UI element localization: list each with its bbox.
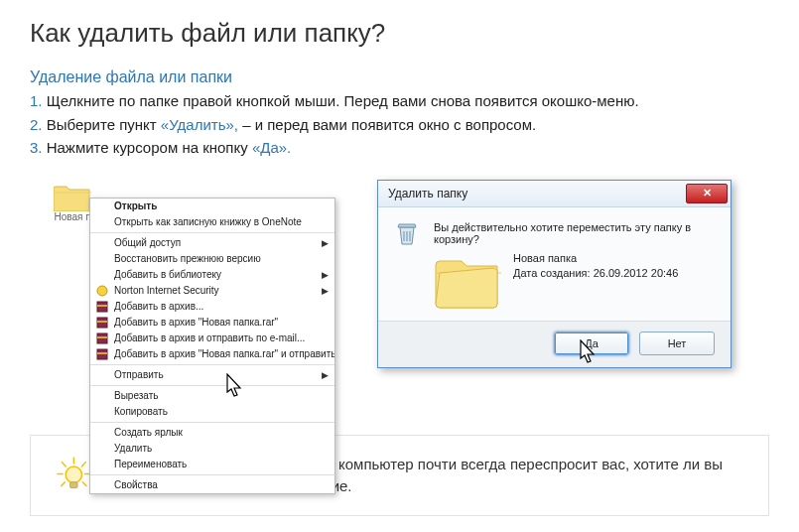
menu-item[interactable]: Добавить в архив...	[90, 299, 334, 315]
menu-item-icon	[94, 200, 110, 213]
step-number: 2.	[30, 116, 43, 133]
page-title: Как удалить файл или папку?	[30, 18, 769, 49]
submenu-arrow-icon: ▶	[319, 286, 329, 296]
menu-item[interactable]: Добавить в архив "Новая папка.rar"	[90, 315, 334, 331]
menu-item-icon	[94, 442, 110, 456]
step-number: 3.	[30, 139, 43, 156]
svg-rect-6	[97, 336, 107, 338]
menu-separator	[90, 232, 334, 233]
menu-item-label: Открыть	[114, 200, 329, 211]
svg-line-11	[82, 462, 86, 466]
menu-item-icon	[94, 478, 110, 492]
menu-separator	[90, 422, 334, 423]
svg-rect-17	[70, 481, 77, 487]
no-button[interactable]: Нет	[639, 332, 715, 355]
menu-item-label: Вырезать	[114, 390, 329, 401]
menu-item-icon	[94, 252, 110, 266]
menu-item-label: Добавить в архив "Новая папка.rar"	[114, 317, 329, 328]
step-2: 2. Выберите пункт «Удалить», – и перед в…	[30, 114, 769, 137]
svg-line-10	[62, 462, 66, 466]
dialog-question: Вы действительно хотите переместить эту …	[434, 221, 713, 245]
svg-line-15	[82, 481, 86, 485]
step-1: 1. Щелкните по папке правой кнопкой мыши…	[30, 90, 769, 113]
folder-icon	[54, 182, 91, 211]
menu-item[interactable]: Вырезать	[90, 388, 334, 404]
menu-item-label: Общий доступ	[114, 237, 319, 248]
menu-item[interactable]: Общий доступ▶	[90, 235, 334, 251]
menu-item[interactable]: Восстановить прежнюю версию	[90, 251, 334, 267]
menu-item-icon	[94, 300, 110, 314]
step-quoted: «Да».	[252, 139, 291, 156]
menu-item[interactable]: Отправить▶	[90, 367, 334, 383]
menu-item-label: Добавить в библиотеку	[114, 269, 319, 280]
close-button[interactable]: ✕	[686, 184, 728, 203]
menu-item-icon	[94, 268, 110, 282]
dialog-folder-name: Новая папка	[513, 251, 678, 266]
menu-item[interactable]: Свойства	[90, 477, 334, 493]
menu-item-label: Открыть как записную книжку в OneNote	[114, 216, 329, 227]
menu-item-icon	[94, 405, 110, 419]
submenu-arrow-icon: ▶	[319, 270, 329, 280]
menu-item[interactable]: Добавить в архив и отправить по e-mail..…	[90, 331, 334, 346]
step-text: Нажмите курсором на кнопку	[47, 139, 252, 156]
step-quoted: «Удалить»,	[161, 116, 238, 133]
menu-item-icon	[94, 426, 110, 440]
svg-rect-8	[97, 352, 107, 354]
folder-large-icon	[434, 251, 503, 311]
menu-item-label: Свойства	[114, 479, 329, 490]
submenu-arrow-icon: ▶	[319, 370, 329, 380]
context-menu-figure: Новая п ОткрытьОткрыть как записную книж…	[30, 180, 337, 413]
menu-item[interactable]: Norton Internet Security▶	[90, 283, 334, 299]
svg-rect-4	[97, 321, 107, 323]
menu-item-label: Создать ярлык	[114, 427, 329, 438]
menu-item-icon	[94, 332, 110, 345]
menu-item-icon	[94, 236, 110, 250]
lightbulb-icon	[55, 450, 93, 501]
context-menu[interactable]: ОткрытьОткрыть как записную книжку в One…	[89, 198, 335, 494]
close-icon: ✕	[703, 187, 712, 200]
menu-item-icon	[94, 284, 110, 298]
menu-item[interactable]: Копировать	[90, 404, 334, 420]
menu-item[interactable]: Удалить	[90, 441, 334, 457]
dialog-figure: Удалить папку ✕ Вы действительно хотите …	[377, 180, 734, 368]
menu-separator	[90, 385, 334, 386]
step-text: Щелкните по папке правой кнопкой мыши. П…	[47, 92, 639, 109]
svg-point-16	[66, 466, 81, 482]
step-text: – и перед вами появится окно с вопросом.	[238, 116, 536, 133]
menu-item-label: Добавить в архив...	[114, 301, 329, 312]
menu-item[interactable]: Переименовать	[90, 457, 334, 472]
menu-separator	[90, 364, 334, 365]
menu-item-label: Norton Internet Security	[114, 285, 319, 296]
menu-separator	[90, 474, 334, 475]
section-subtitle: Удаление файла или папки	[30, 68, 769, 86]
dialog-titlebar[interactable]: Удалить папку ✕	[378, 181, 731, 207]
menu-item-icon	[94, 347, 110, 361]
submenu-arrow-icon: ▶	[319, 238, 329, 248]
svg-point-0	[97, 286, 107, 296]
step-number: 1.	[30, 92, 43, 109]
menu-item-label: Копировать	[114, 406, 329, 417]
steps-list: 1. Щелкните по папке правой кнопкой мыши…	[30, 90, 769, 160]
svg-line-14	[62, 481, 66, 485]
menu-item[interactable]: Добавить в библиотеку▶	[90, 267, 334, 283]
menu-item-label: Удалить	[114, 443, 329, 454]
dialog-folder-date: Дата создания: 26.09.2012 20:46	[513, 266, 678, 281]
step-3: 3. Нажмите курсором на кнопку «Да».	[30, 137, 769, 160]
menu-item-icon	[94, 389, 110, 403]
menu-item-label: Добавить в архив и отправить по e-mail..…	[114, 332, 329, 343]
menu-item-label: Добавить в архив "Новая папка.rar" и отп…	[114, 348, 334, 359]
yes-button[interactable]: Да	[554, 332, 629, 355]
menu-item[interactable]: Создать ярлык	[90, 425, 334, 441]
menu-item-label: Переименовать	[114, 459, 329, 469]
menu-item-icon	[94, 368, 110, 382]
svg-rect-2	[97, 305, 107, 307]
menu-item[interactable]: Добавить в архив "Новая папка.rar" и отп…	[90, 346, 334, 362]
dialog-title-text: Удалить папку	[388, 187, 467, 200]
menu-item-icon	[94, 458, 110, 471]
menu-item[interactable]: Открыть	[90, 199, 334, 214]
folder-label: Новая п	[54, 211, 90, 222]
recycle-bin-icon	[396, 221, 418, 311]
menu-item[interactable]: Открыть как записную книжку в OneNote	[90, 214, 334, 230]
delete-dialog: Удалить папку ✕ Вы действительно хотите …	[377, 180, 732, 368]
menu-item-icon	[94, 215, 110, 229]
